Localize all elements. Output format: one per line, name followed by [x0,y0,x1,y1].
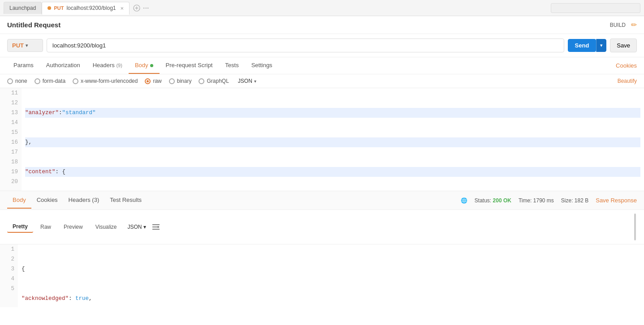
tab-url-label: localhost:9200/blog1 [66,5,116,11]
resp-line-1: { [22,264,640,274]
response-code-content: { "acknowledged": true, "shards_acknowle… [18,244,644,307]
radio-form-data[interactable]: form-data [35,78,65,84]
tab-launchpad[interactable]: Launchpad [4,2,42,14]
response-line-numbers: 1 2 3 4 5 [0,244,18,307]
radio-raw[interactable]: raw [145,78,161,84]
tab-body[interactable]: Body [129,57,160,74]
code-line-13: "content": { [25,167,640,177]
request-body-editor[interactable]: 11 12 13 14 15 16 17 18 19 20 "analyzer"… [0,88,644,191]
tab-pre-request-script[interactable]: Pre-request Script [160,57,219,74]
send-dropdown-button[interactable]: ▾ [596,39,606,52]
build-button[interactable]: BUILD [610,22,626,28]
body-dot [150,64,153,67]
cookies-link[interactable]: Cookies [616,62,637,69]
response-format-bar: Pretty Raw Preview Visualize JSON ▾ [0,210,644,244]
save-button[interactable]: Save [610,38,637,52]
time-value: 1790 ms [533,197,554,204]
request-title: Untitled Request [7,21,61,29]
request-tabs-nav: Params Authorization Headers (9) Body Pr… [0,57,644,74]
fmt-pretty[interactable]: Pretty [7,221,33,233]
radio-none[interactable]: none [7,78,27,84]
code-line-11: "analyzer":"standard" [25,108,640,118]
body-type-bar: none form-data x-www-form-urlencoded raw… [0,74,644,88]
radio-urlencoded-circle [73,78,78,84]
search-bar[interactable] [551,3,640,13]
tab-method-label: PUT [54,5,64,11]
tab-tests[interactable]: Tests [219,57,245,74]
url-bar: PUT ▾ Send ▾ Save [0,34,644,57]
response-format-select[interactable]: JSON ▾ [128,224,146,230]
tab-settings[interactable]: Settings [245,57,279,74]
radio-graphql-circle [199,78,204,84]
code-content: "analyzer":"standard" }, "content": { "t… [22,88,644,191]
status-value: 200 OK [493,197,511,204]
resp-tab-test-results[interactable]: Test Results [104,192,147,209]
send-button-group: Send ▾ [568,39,607,52]
send-button[interactable]: Send [568,39,596,52]
json-badge-label: JSON [238,78,252,84]
tab-launchpad-label: Launchpad [9,5,36,11]
globe-icon: 🌐 [461,197,467,204]
resp-line-2: "acknowledged": true, [22,294,640,304]
tab-close-icon[interactable]: × [120,5,124,12]
radio-binary-circle [169,78,175,84]
tab-add-button[interactable] [131,3,142,13]
resp-tab-body[interactable]: Body [7,192,31,209]
beautify-button[interactable]: Beautify [618,78,637,84]
tab-more-button[interactable]: ··· [143,4,149,12]
radio-graphql[interactable]: GraphQL [199,78,229,84]
response-tabs: Body Cookies Headers (3) Test Results 🌐 … [0,191,644,210]
json-dropdown-icon[interactable]: ▾ [254,79,256,84]
method-dropdown-icon: ▾ [26,43,28,48]
response-format-label: JSON [128,224,142,230]
save-response-button[interactable]: Save Response [596,197,637,204]
json-format-select[interactable]: JSON ▾ [238,78,256,84]
size-label: Size: 182 B [561,197,588,204]
tab-request-dot [48,6,51,10]
size-value: 182 B [575,197,588,204]
edit-icon[interactable]: ✏ [631,21,637,29]
response-scrollbar [634,214,637,240]
tab-request[interactable]: PUT localhost:9200/blog1 × [42,2,130,15]
request-title-bar: Untitled Request BUILD ✏ [0,16,644,34]
radio-none-circle [7,78,13,84]
status-label: Status: 200 OK [475,197,511,204]
method-select[interactable]: PUT ▾ [7,39,43,52]
fmt-visualize[interactable]: Visualize [90,222,122,232]
tab-params[interactable]: Params [7,57,40,74]
url-input[interactable] [47,38,564,52]
response-body-editor[interactable]: 1 2 3 4 5 { "acknowledged": true, "shard… [0,244,644,307]
resp-tab-headers[interactable]: Headers (3) [63,192,105,209]
fmt-preview[interactable]: Preview [58,222,88,232]
resp-tab-cookies[interactable]: Cookies [31,192,63,209]
radio-urlencoded[interactable]: x-www-form-urlencoded [73,78,138,84]
time-label: Time: 1790 ms [519,197,554,204]
tab-authorization[interactable]: Authorization [40,57,86,74]
line-numbers: 11 12 13 14 15 16 17 18 19 20 [0,88,22,191]
fmt-raw[interactable]: Raw [35,222,56,232]
tab-bar: Launchpad PUT localhost:9200/blog1 × ··· [0,0,644,16]
response-status-bar: 🌐 Status: 200 OK Time: 1790 ms Size: 182… [461,197,637,204]
radio-binary[interactable]: binary [169,78,192,84]
radio-form-data-circle [35,78,40,84]
wrap-button[interactable] [151,222,161,232]
method-label: PUT [12,42,24,49]
tab-headers[interactable]: Headers (9) [86,57,129,74]
code-line-12: }, [25,137,640,147]
radio-raw-circle [145,78,151,84]
response-format-dropdown-icon: ▾ [143,224,146,230]
